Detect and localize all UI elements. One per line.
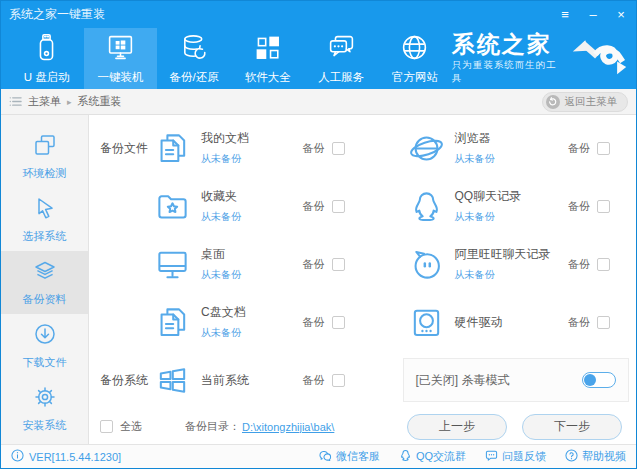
nav-tab-service[interactable]: 人工服务: [305, 28, 379, 89]
row-status-link[interactable]: 从未备份: [455, 152, 495, 166]
status-link-label: 微信客服: [336, 449, 380, 464]
backup-row-browser: 浏览器 从未备份 备份: [363, 119, 637, 177]
feedback-link[interactable]: 问题反馈: [485, 449, 546, 464]
close-icon[interactable]: ×: [614, 8, 628, 21]
row-title: QQ聊天记录: [455, 188, 522, 205]
row-title: 硬件驱动: [455, 314, 503, 331]
section-label-backup-files: 备份文件: [89, 140, 155, 157]
backup-checkbox[interactable]: [597, 258, 610, 271]
status-link-label: QQ交流群: [416, 449, 466, 464]
sidebar-item-label: 下载文件: [23, 355, 67, 370]
nav-tab-label: 软件大全: [245, 70, 291, 85]
select-all-label: 全选: [120, 419, 142, 434]
back-arrow-icon: [546, 95, 560, 109]
row-status-link[interactable]: 从未备份: [201, 326, 246, 340]
brand-swoosh-icon: [570, 36, 628, 82]
backup-directory: 备份目录： D:\xitongzhijia\bak\: [185, 419, 334, 434]
qq-group-link[interactable]: QQ交流群: [399, 449, 466, 464]
backup-row-current-system: 备份系统 当前系统 备份: [89, 351, 363, 409]
backup-checkbox[interactable]: [332, 200, 345, 213]
backup-checkbox[interactable]: [332, 142, 345, 155]
backup-row-aliwangwang-chat: 阿里旺旺聊天记录 从未备份 备份: [363, 235, 637, 293]
backup-directory-link[interactable]: D:\xitongzhijia\bak\: [242, 421, 334, 433]
nav-tab-usb-boot[interactable]: U 盘启动: [10, 28, 84, 89]
row-status-link[interactable]: 从未备份: [201, 210, 241, 224]
antivirus-toggle[interactable]: [582, 372, 616, 388]
row-status-link[interactable]: 从未备份: [201, 268, 241, 282]
feedback-bubble-icon: [485, 449, 498, 464]
bottom-controls: 全选 备份目录： D:\xitongzhijia\bak\ 上一步 下一步: [89, 409, 636, 444]
help-video-link[interactable]: 帮助视频: [565, 449, 626, 464]
sidebar-item-label: 备份资料: [23, 292, 67, 307]
content-panel: 备份文件 我的文档 从未备份 备份: [89, 115, 636, 444]
row-title: 我的文档: [201, 130, 249, 147]
download-file-icon: [33, 322, 57, 350]
minimize-icon[interactable]: –: [586, 8, 600, 21]
version-text: VER[11.5.44.1230]: [29, 451, 121, 463]
c-drive-documents-icon: [155, 305, 201, 340]
qq-penguin-icon: [409, 189, 455, 224]
row-title: C盘文档: [201, 304, 246, 321]
customer-service-icon: [327, 33, 356, 66]
sidebar: 环境检测 选择系统 备份资料 下载文件 安装系统: [1, 115, 89, 444]
select-system-cursor-icon: [33, 196, 57, 224]
sidebar-item-install-system[interactable]: 安装系统: [1, 377, 88, 440]
antivirus-row: [已关闭] 杀毒模式: [363, 351, 637, 409]
windows-icon: [155, 363, 201, 398]
nav-tab-website[interactable]: 官方网站: [378, 28, 452, 89]
sidebar-item-select-system[interactable]: 选择系统: [1, 188, 88, 251]
backup-checkbox[interactable]: [597, 200, 610, 213]
section-label-backup-system: 备份系统: [89, 372, 155, 389]
desktop-icon: [155, 247, 201, 282]
brand-tagline: 只为重装系统而生的工具: [452, 59, 564, 85]
window-title: 系统之家一键重装: [9, 6, 105, 23]
aliwangwang-icon: [409, 247, 455, 282]
step-buttons: 上一步 下一步: [407, 414, 622, 440]
browser-icon: [409, 131, 455, 166]
software-collection-icon: [253, 33, 282, 66]
row-status-link[interactable]: 从未备份: [455, 210, 522, 224]
backup-data-layers-icon: [33, 259, 57, 287]
row-title: 浏览器: [455, 130, 495, 147]
sidebar-item-environment-check[interactable]: 环境检测: [1, 125, 88, 188]
backup-column-right: 浏览器 从未备份 备份 QQ聊天记录 从未备份: [363, 119, 637, 409]
nav-tab-backup-restore[interactable]: 备份/还原: [157, 28, 231, 89]
return-main-menu-button[interactable]: 返回主菜单: [542, 92, 629, 112]
row-status-link[interactable]: 从未备份: [455, 268, 551, 282]
version-info: VER[11.5.44.1230]: [11, 448, 121, 466]
backup-checkbox[interactable]: [332, 316, 345, 329]
antivirus-mode-label: [已关闭] 杀毒模式: [416, 372, 510, 389]
documents-icon: [155, 131, 201, 166]
monitor-install-icon: [106, 33, 135, 66]
backup-directory-label: 备份目录：: [185, 419, 240, 434]
nav-tab-label: U 盘启动: [24, 70, 70, 85]
row-title: 当前系统: [201, 372, 249, 389]
menu-icon[interactable]: ≡: [558, 8, 572, 21]
backup-row-my-documents: 备份文件 我的文档 从未备份 备份: [89, 119, 363, 177]
nav-tab-one-key-install[interactable]: 一键装机: [84, 28, 158, 89]
previous-step-button[interactable]: 上一步: [407, 414, 507, 440]
sidebar-item-backup-data[interactable]: 备份资料: [1, 251, 88, 314]
backup-checkbox[interactable]: [597, 316, 610, 329]
backup-checkbox[interactable]: [332, 374, 345, 387]
breadcrumb-separator: ▸: [67, 97, 72, 107]
window-controls: ≡ – ×: [558, 8, 628, 21]
wechat-service-link[interactable]: 微信客服: [319, 449, 380, 464]
breadcrumb-root[interactable]: 主菜单: [28, 94, 61, 109]
info-icon: [11, 448, 24, 466]
nav-tab-label: 备份/还原: [169, 70, 218, 85]
nav-tab-software[interactable]: 软件大全: [231, 28, 305, 89]
select-all-checkbox[interactable]: [100, 420, 113, 433]
backup-checkbox[interactable]: [332, 258, 345, 271]
backup-row-favorites: 收藏夹 从未备份 备份: [89, 177, 363, 235]
row-title: 收藏夹: [201, 188, 241, 205]
backup-checkbox[interactable]: [597, 142, 610, 155]
hardware-driver-icon: [409, 305, 455, 340]
sidebar-item-download-file[interactable]: 下载文件: [1, 314, 88, 377]
breadcrumb-current: 系统重装: [78, 94, 122, 109]
backup-grid: 备份文件 我的文档 从未备份 备份: [89, 115, 636, 409]
next-step-button[interactable]: 下一步: [522, 414, 622, 440]
toggle-knob: [584, 374, 596, 386]
row-title: 桌面: [201, 246, 241, 263]
row-status-link[interactable]: 从未备份: [201, 152, 249, 166]
